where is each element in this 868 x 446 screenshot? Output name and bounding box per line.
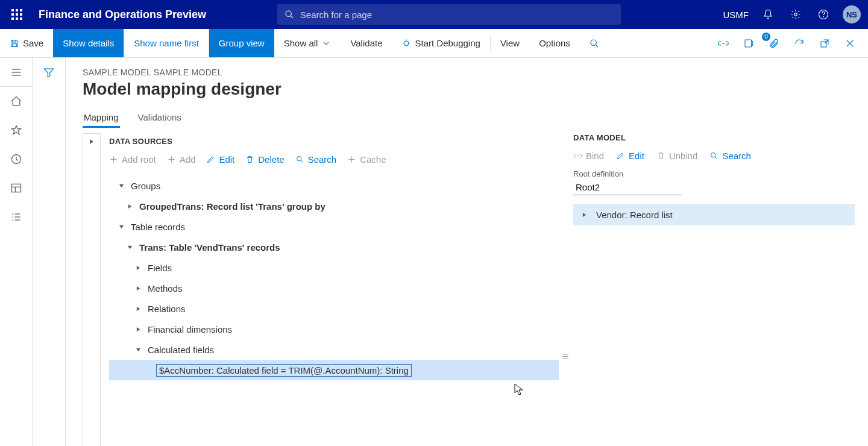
avatar[interactable]: NS (843, 5, 861, 24)
options-menu[interactable]: Options (529, 29, 580, 57)
company-label[interactable]: USMF (723, 10, 749, 20)
page-title: Model mapping designer (83, 80, 868, 99)
dm-search-label: Search (722, 151, 751, 161)
waffle-icon[interactable] (7, 5, 27, 24)
funnel-icon[interactable] (43, 66, 55, 446)
start-debugging-button[interactable]: Start Debugging (392, 29, 489, 57)
delete-button[interactable]: Delete (245, 154, 284, 165)
show-all-dropdown[interactable]: Show all (274, 29, 341, 57)
tree-node-calcfields[interactable]: Calculated fields (109, 339, 559, 360)
svg-rect-3 (11, 13, 14, 16)
group-view-button[interactable]: Group view (209, 29, 274, 57)
root-definition-input[interactable] (573, 180, 682, 195)
splitter[interactable]: ⫼ (559, 133, 573, 446)
svg-rect-8 (20, 17, 22, 20)
hamburger-icon[interactable] (0, 58, 33, 87)
svg-rect-6 (11, 17, 14, 20)
cache-button[interactable]: Cache (347, 154, 386, 165)
data-model-toolbar: Bind Edit Unbind Search (573, 151, 855, 161)
tree-node-trans[interactable]: Trans: Table 'VendTrans' records (109, 237, 559, 257)
tree-label: GroupedTrans: Record list 'Trans' group … (139, 201, 326, 212)
tree-node-groups[interactable]: Groups (109, 175, 559, 196)
chevron-down-icon (321, 39, 331, 48)
show-name-first-button[interactable]: Show name first (124, 29, 209, 57)
data-sources-tree: Groups GroupedTrans: Record list 'Trans'… (109, 175, 559, 380)
workspace-icon[interactable] (0, 174, 33, 203)
data-sources-pane: DATA SOURCES Add root Add Edit Delete Se… (83, 133, 559, 446)
search-icon (590, 39, 599, 48)
save-button[interactable]: Save (0, 29, 53, 57)
tree-node-groupedtrans[interactable]: GroupedTrans: Record list 'Trans' group … (109, 196, 559, 216)
tree-node-fields[interactable]: Fields (109, 257, 559, 278)
app-title: Finance and Operations Preview (39, 8, 206, 21)
help-icon[interactable] (815, 6, 832, 23)
data-model-pane: DATA MODEL Bind Edit Unbind Search Root … (573, 133, 868, 446)
tree-node-accnumber[interactable]: $AccNumber: Calculated field = TRIM(@.Ac… (109, 360, 559, 380)
tree-node-table-records[interactable]: Table records (109, 216, 559, 237)
refresh-icon[interactable] (791, 35, 808, 52)
add-root-button[interactable]: Add root (109, 154, 156, 165)
svg-rect-22 (745, 40, 752, 47)
tree-node-findim[interactable]: Financial dimensions (109, 319, 559, 339)
top-nav: Finance and Operations Preview Search fo… (0, 0, 868, 29)
star-icon[interactable] (0, 116, 33, 145)
cmd-search-button[interactable] (580, 29, 609, 57)
svg-point-11 (794, 13, 797, 16)
cache-label: Cache (360, 154, 386, 165)
dm-edit-button[interactable]: Edit (616, 151, 644, 161)
home-icon[interactable] (0, 87, 33, 116)
delete-label: Delete (258, 154, 284, 165)
dm-edit-label: Edit (629, 151, 644, 161)
filter-column (33, 58, 66, 446)
edit-button[interactable]: Edit (206, 154, 234, 165)
save-icon (10, 39, 19, 48)
dm-search-button[interactable]: Search (709, 151, 751, 161)
data-model-header: DATA MODEL (573, 133, 855, 142)
data-sources-column: DATA SOURCES Add root Add Edit Delete Se… (101, 133, 559, 446)
validate-button[interactable]: Validate (341, 29, 392, 57)
tab-mapping[interactable]: Mapping (83, 108, 120, 128)
data-model-node-vendor[interactable]: Vendor: Record list (573, 204, 855, 225)
breadcrumb: SAMPLE MODEL SAMPLE MODEL (83, 68, 868, 77)
bind-button[interactable]: Bind (573, 151, 604, 161)
add-button[interactable]: Add (167, 154, 196, 165)
close-icon[interactable] (841, 35, 858, 52)
tree-node-relations[interactable]: Relations (109, 298, 559, 319)
dm-node-label: Vendor: Record list (596, 210, 673, 220)
link-icon[interactable] (715, 35, 732, 52)
edit-label: Edit (219, 154, 234, 165)
attach-badge: 0 (762, 33, 770, 41)
svg-rect-2 (20, 9, 22, 11)
command-bar: Save Show details Show name first Group … (0, 29, 868, 58)
search-icon (285, 10, 294, 19)
cmdbar-right: 0 (715, 29, 868, 57)
svg-point-13 (823, 16, 824, 17)
add-label: Add (180, 154, 196, 165)
global-search[interactable]: Search for a page (277, 4, 621, 25)
global-search-placeholder: Search for a page (300, 10, 372, 20)
bell-icon[interactable] (760, 6, 776, 23)
svg-rect-15 (13, 43, 17, 46)
unbind-button[interactable]: Unbind (656, 151, 698, 161)
attach-icon[interactable]: 0 (766, 35, 782, 52)
collapse-strip[interactable] (83, 133, 101, 446)
svg-rect-14 (13, 40, 16, 42)
svg-line-48 (715, 157, 717, 159)
view-menu[interactable]: View (491, 29, 529, 57)
add-root-label: Add root (122, 154, 156, 165)
svg-point-43 (297, 157, 301, 162)
popout-icon[interactable] (816, 35, 833, 52)
gear-icon[interactable] (787, 6, 804, 23)
tab-validations[interactable]: Validations (137, 108, 183, 128)
show-details-button[interactable]: Show details (53, 29, 124, 57)
office-icon[interactable] (740, 35, 757, 52)
svg-point-20 (591, 40, 596, 45)
svg-rect-4 (16, 13, 18, 16)
ds-search-button[interactable]: Search (295, 154, 337, 165)
data-sources-toolbar: Add root Add Edit Delete Search Cache (109, 154, 559, 165)
panes: DATA SOURCES Add root Add Edit Delete Se… (83, 133, 868, 446)
modules-icon[interactable] (0, 203, 33, 231)
recent-icon[interactable] (0, 145, 33, 174)
tree-node-methods[interactable]: Methods (109, 278, 559, 298)
tree-label: Methods (148, 283, 183, 294)
